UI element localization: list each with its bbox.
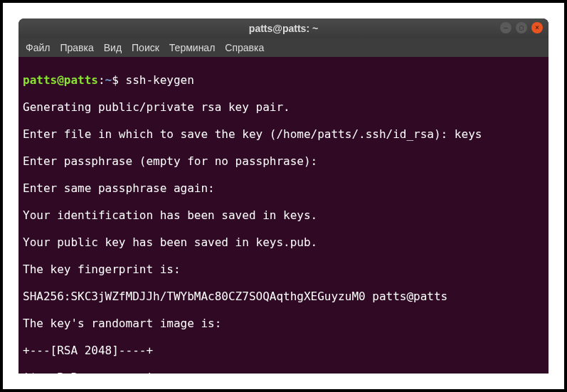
maximize-button[interactable]: ▢	[516, 22, 527, 33]
menubar: Файл Правка Вид Поиск Терминал Справка	[18, 38, 549, 57]
terminal-line: +---[RSA 2048]----+	[23, 344, 544, 357]
terminal-line: SHA256:SKC3jWZfMDJJh/TWYbMAc80CZ7SOQAqth…	[23, 290, 544, 303]
window-title: patts@patts: ~	[249, 23, 318, 34]
terminal-line: Enter same passphrase again:	[23, 181, 544, 195]
menu-edit[interactable]: Правка	[60, 42, 93, 53]
titlebar: patts@patts: ~ – ▢ ×	[18, 18, 549, 38]
terminal-line: The key's randomart image is:	[23, 317, 544, 330]
terminal-line: Your identification has been saved in ke…	[23, 208, 544, 222]
menu-terminal[interactable]: Терминал	[169, 42, 215, 53]
terminal-line: Your public key has been saved in keys.p…	[23, 235, 544, 249]
window-controls: – ▢ ×	[500, 22, 543, 33]
minimize-button[interactable]: –	[500, 22, 512, 33]
terminal-line: Generating public/private rsa key pair.	[23, 100, 544, 114]
prompt-user: patts@patts	[23, 73, 98, 87]
prompt-path: ~	[105, 73, 112, 87]
terminal-window: patts@patts: ~ – ▢ × Файл Правка Вид Пои…	[18, 18, 549, 374]
terminal-line: patts@patts:~$ ssh-keygen	[23, 73, 544, 87]
menu-help[interactable]: Справка	[225, 42, 264, 53]
terminal-line: Enter file in which to save the key (/ho…	[23, 127, 544, 141]
command-1: ssh-keygen	[126, 73, 194, 87]
prompt-symbol: $	[112, 73, 119, 87]
menu-search[interactable]: Поиск	[132, 42, 159, 53]
menu-view[interactable]: Вид	[104, 42, 122, 53]
close-button[interactable]: ×	[531, 22, 543, 33]
menu-file[interactable]: Файл	[26, 42, 50, 53]
terminal-line: Enter passphrase (empty for no passphras…	[23, 154, 544, 168]
terminal-body[interactable]: patts@patts:~$ ssh-keygen Generating pub…	[18, 57, 549, 374]
terminal-line: The key fingerprint is:	[23, 263, 544, 276]
screenshot-frame: patts@patts: ~ – ▢ × Файл Правка Вид Пои…	[0, 0, 567, 392]
terminal-line: |*+..B=Bo+ |	[23, 371, 544, 374]
